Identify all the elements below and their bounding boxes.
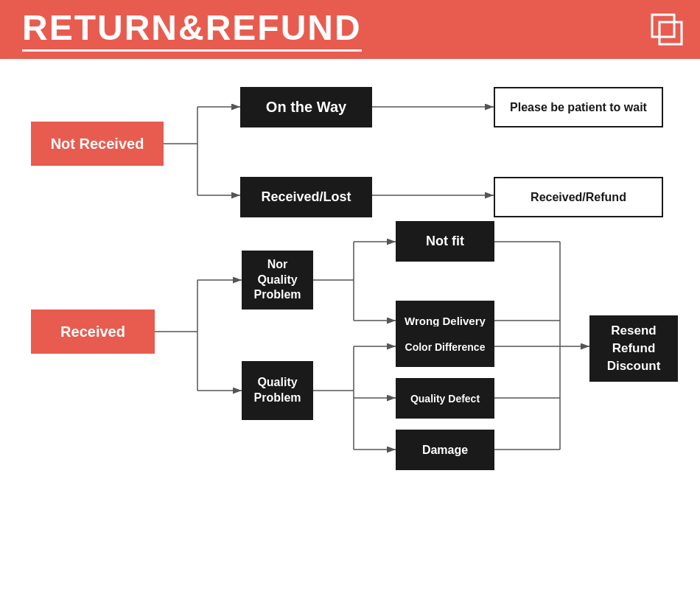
received-refund-box: Received/Refund: [494, 177, 663, 217]
quality-defect-box: Quality Defect: [396, 378, 494, 419]
svg-rect-1: [659, 22, 682, 44]
please-wait-box: Please be patient to wait: [494, 87, 663, 127]
on-the-way-box: On the Way: [240, 87, 372, 127]
quality-problem-box: Quality Problem: [242, 361, 313, 420]
color-difference-box: Color Difference: [396, 326, 494, 367]
nor-quality-box: Nor Quality Problem: [242, 251, 313, 310]
diagram: Not Received On the Way Received/Lost Pl…: [0, 59, 700, 605]
page-header: RETURN&REFUND: [0, 0, 700, 59]
not-fit-box: Not fit: [396, 221, 494, 262]
damage-box: Damage: [396, 430, 494, 470]
page-title: RETURN&REFUND: [22, 7, 362, 52]
received-box: Received: [31, 310, 155, 354]
svg-rect-0: [652, 15, 674, 37]
received-lost-box: Received/Lost: [240, 177, 372, 217]
not-received-box: Not Received: [31, 122, 164, 166]
header-icon: [648, 11, 685, 48]
resend-refund-box: Resend Refund Discount: [589, 315, 678, 382]
